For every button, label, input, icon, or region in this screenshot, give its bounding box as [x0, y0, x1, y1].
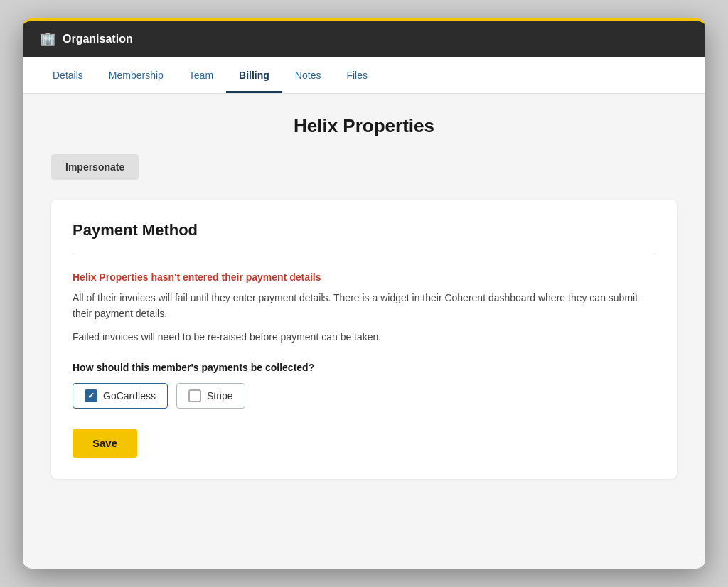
tab-membership[interactable]: Membership	[96, 57, 176, 93]
app-container: 🏢 Organisation Details Membership Team B…	[23, 18, 705, 569]
stripe-label: Stripe	[207, 390, 233, 402]
alert-title: Helix Properties hasn't entered their pa…	[73, 271, 655, 283]
gocardless-option[interactable]: ✓ GoCardless	[73, 383, 168, 409]
tab-billing[interactable]: Billing	[226, 57, 282, 93]
impersonate-button[interactable]: Impersonate	[51, 154, 139, 180]
payment-method-card: Payment Method Helix Properties hasn't e…	[51, 200, 677, 479]
save-button[interactable]: Save	[73, 429, 137, 458]
alert-text: All of their invoices will fail until th…	[73, 290, 655, 322]
payment-options: ✓ GoCardless Stripe	[73, 383, 655, 409]
tab-details[interactable]: Details	[40, 57, 96, 93]
org-title: Helix Properties	[51, 115, 677, 137]
app-title: Organisation	[63, 33, 133, 45]
gocardless-label: GoCardless	[103, 390, 156, 402]
page-content: Helix Properties Impersonate Payment Met…	[23, 94, 705, 500]
alert-subtext: Failed invoices will need to be re-raise…	[73, 329, 655, 345]
tabs-bar: Details Membership Team Billing Notes Fi…	[23, 57, 705, 94]
tab-notes[interactable]: Notes	[282, 57, 334, 93]
app-header: 🏢 Organisation	[23, 21, 705, 57]
divider	[73, 254, 655, 254]
organisation-icon: 🏢	[40, 31, 55, 47]
tab-team[interactable]: Team	[176, 57, 226, 93]
payment-question: How should this member's payments be col…	[73, 362, 655, 373]
tab-files[interactable]: Files	[333, 57, 380, 93]
stripe-checkbox	[188, 389, 201, 402]
app-body: Details Membership Team Billing Notes Fi…	[23, 57, 705, 569]
card-title: Payment Method	[73, 221, 655, 239]
stripe-option[interactable]: Stripe	[176, 383, 245, 409]
gocardless-checkbox: ✓	[85, 389, 97, 402]
